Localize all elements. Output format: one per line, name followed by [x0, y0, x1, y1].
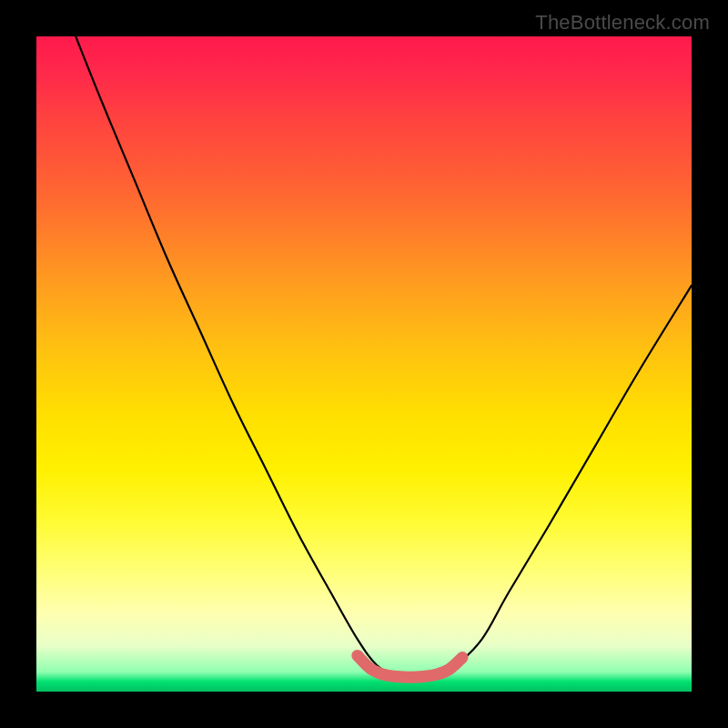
- highlight-segment: [358, 655, 462, 677]
- chart-canvas: TheBottleneck.com: [0, 0, 728, 728]
- chart-overlay: [36, 36, 692, 692]
- watermark-text: TheBottleneck.com: [535, 11, 710, 35]
- bottleneck-curve: [76, 36, 692, 677]
